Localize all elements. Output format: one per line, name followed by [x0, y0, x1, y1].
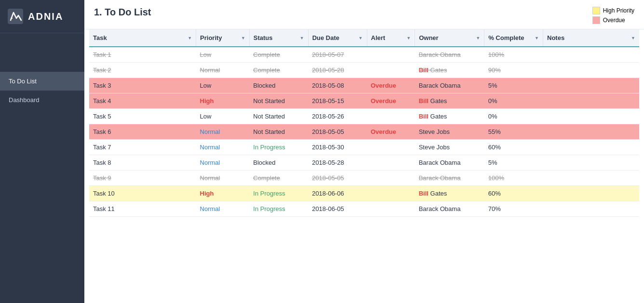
- notes-4: [543, 93, 639, 109]
- due-date-7: 2018-05-30: [308, 140, 367, 155]
- task-table: Task ▼ Priority ▼ Status ▼: [89, 29, 639, 217]
- col-status-filter[interactable]: ▼: [300, 36, 304, 40]
- notes-1: [543, 47, 639, 63]
- alert-9: [367, 171, 415, 186]
- owner-11: Barack Obama: [415, 201, 484, 217]
- col-notes-filter[interactable]: ▼: [631, 36, 635, 40]
- status-2: Complete: [249, 63, 308, 78]
- notes-3: [543, 78, 639, 93]
- complete-10: 60%: [484, 186, 543, 201]
- col-alert-filter[interactable]: ▼: [406, 36, 411, 40]
- col-priority: Priority ▼: [196, 29, 250, 47]
- status-5: Not Started: [249, 109, 308, 124]
- owner-6: Steve Jobs: [415, 124, 484, 140]
- task-name-5: Task 5: [89, 109, 196, 124]
- task-name-6: Task 6: [89, 124, 196, 140]
- complete-2: 90%: [484, 63, 543, 78]
- task-name-2: Task 2: [89, 63, 196, 78]
- task-name-7: Task 7: [89, 140, 196, 155]
- task-name-11: Task 11: [89, 201, 196, 217]
- table-row: Task 8NormalBlocked2018-05-28Barack Obam…: [89, 155, 639, 171]
- priority-3: Low: [196, 78, 250, 93]
- status-9: Complete: [249, 171, 308, 186]
- owner-2: Bill Gates: [415, 63, 484, 78]
- due-date-3: 2018-05-08: [308, 78, 367, 93]
- logo-icon: [8, 9, 23, 24]
- table-row: Task 2NormalComplete2018-05-28Bill Gates…: [89, 63, 639, 78]
- status-10: In Progress: [249, 186, 308, 201]
- table-row: Task 1LowComplete2018-05-07Barack Obama1…: [89, 47, 639, 63]
- legend-color-overdue: [592, 16, 600, 24]
- table-row: Task 9NormalComplete2018-05-05Barack Oba…: [89, 171, 639, 186]
- col-owner-filter[interactable]: ▼: [476, 36, 480, 40]
- priority-10: High: [196, 186, 250, 201]
- status-3: Blocked: [249, 78, 308, 93]
- notes-5: [543, 109, 639, 124]
- col-priority-filter[interactable]: ▼: [241, 36, 245, 40]
- priority-8: Normal: [196, 155, 250, 171]
- legend-label-overdue: Overdue: [603, 17, 625, 24]
- priority-4: High: [196, 93, 250, 109]
- legend-high-priority: High Priority: [592, 7, 634, 14]
- notes-6: [543, 124, 639, 140]
- priority-1: Low: [196, 47, 250, 63]
- task-name-8: Task 8: [89, 155, 196, 171]
- col-alert: Alert ▼: [367, 29, 415, 47]
- complete-1: 100%: [484, 47, 543, 63]
- due-date-8: 2018-05-28: [308, 155, 367, 171]
- table-container: Task ▼ Priority ▼ Status ▼: [84, 29, 644, 303]
- priority-6: Normal: [196, 124, 250, 140]
- alert-5: [367, 109, 415, 124]
- due-date-6: 2018-05-05: [308, 124, 367, 140]
- complete-11: 70%: [484, 201, 543, 217]
- complete-9: 100%: [484, 171, 543, 186]
- legend-color-high-priority: [592, 7, 600, 14]
- owner-7: Steve Jobs: [415, 140, 484, 155]
- col-due-date-filter[interactable]: ▼: [359, 36, 363, 40]
- due-date-9: 2018-05-05: [308, 171, 367, 186]
- status-4: Not Started: [249, 93, 308, 109]
- status-8: Blocked: [249, 155, 308, 171]
- main-content: 1. To Do List High Priority Overdue Task…: [84, 0, 644, 303]
- col-complete-filter[interactable]: ▼: [535, 36, 539, 40]
- legend: High Priority Overdue: [592, 7, 634, 24]
- priority-9: Normal: [196, 171, 250, 186]
- col-owner: Owner ▼: [415, 29, 484, 47]
- col-complete: % Complete ▼: [484, 29, 543, 47]
- owner-3: Barack Obama: [415, 78, 484, 93]
- due-date-10: 2018-06-06: [308, 186, 367, 201]
- alert-10: [367, 186, 415, 201]
- page-title: 1. To Do List: [94, 7, 151, 18]
- header-row: Task ▼ Priority ▼ Status ▼: [89, 29, 639, 47]
- task-name-1: Task 1: [89, 47, 196, 63]
- due-date-1: 2018-05-07: [308, 47, 367, 63]
- complete-6: 55%: [484, 124, 543, 140]
- owner-9: Barack Obama: [415, 171, 484, 186]
- priority-7: Normal: [196, 140, 250, 155]
- legend-overdue: Overdue: [592, 16, 625, 24]
- alert-7: [367, 140, 415, 155]
- priority-2: Normal: [196, 63, 250, 78]
- notes-10: [543, 186, 639, 201]
- logo-area: ADNIA: [0, 0, 84, 33]
- notes-2: [543, 63, 639, 78]
- sidebar-item-to-do-list[interactable]: To Do List: [0, 72, 84, 91]
- col-task-filter[interactable]: ▼: [188, 36, 192, 40]
- notes-7: [543, 140, 639, 155]
- task-name-3: Task 3: [89, 78, 196, 93]
- col-status: Status ▼: [249, 29, 308, 47]
- priority-5: Low: [196, 109, 250, 124]
- owner-4: Bill Gates: [415, 93, 484, 109]
- table-row: Task 10HighIn Progress2018-06-06Bill Gat…: [89, 186, 639, 201]
- alert-2: [367, 63, 415, 78]
- due-date-11: 2018-06-05: [308, 201, 367, 217]
- notes-8: [543, 155, 639, 171]
- col-task: Task ▼: [89, 29, 196, 47]
- complete-7: 60%: [484, 140, 543, 155]
- sidebar-item-dashboard[interactable]: Dashboard: [0, 91, 84, 109]
- alert-3: Overdue: [367, 78, 415, 93]
- owner-8: Barack Obama: [415, 155, 484, 171]
- page-header: 1. To Do List High Priority Overdue: [84, 0, 644, 29]
- notes-9: [543, 171, 639, 186]
- due-date-4: 2018-05-15: [308, 93, 367, 109]
